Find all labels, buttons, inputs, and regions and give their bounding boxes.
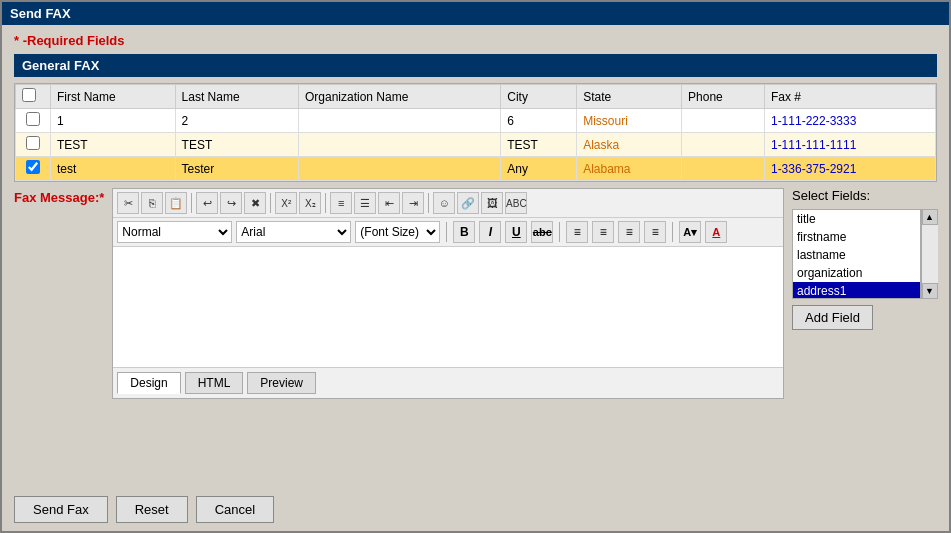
fax-message-row: Fax Message:* ✂ ⎘ 📋 ↩ ↪ ✖ X² X₂ ≡ ☰ xyxy=(14,188,937,480)
bottom-bar: Send Fax Reset Cancel xyxy=(2,488,949,531)
sep6 xyxy=(559,222,560,242)
scroll-down-arrow[interactable]: ▼ xyxy=(922,283,938,299)
image-btn[interactable]: 🖼 xyxy=(481,192,503,214)
fax-link[interactable]: 1-111-222-3333 xyxy=(771,114,856,128)
fax-link[interactable]: 1-111-111-1111 xyxy=(771,138,856,152)
bg-color-btn[interactable]: A xyxy=(705,221,727,243)
row-checkbox-1[interactable] xyxy=(26,136,40,150)
table-cell: 6 xyxy=(501,109,577,133)
smiley-btn[interactable]: ☺ xyxy=(433,192,455,214)
field-item-lastname[interactable]: lastname xyxy=(793,246,920,264)
toolbar-row1: ✂ ⎘ 📋 ↩ ↪ ✖ X² X₂ ≡ ☰ ⇤ ⇥ ☺ xyxy=(113,189,783,218)
table-cell: 1 xyxy=(51,109,176,133)
fax-editor: ✂ ⎘ 📋 ↩ ↪ ✖ X² X₂ ≡ ☰ ⇤ ⇥ ☺ xyxy=(112,188,784,399)
table-cell xyxy=(682,133,765,157)
editor-tabs: Design HTML Preview xyxy=(113,367,783,398)
add-field-button[interactable]: Add Field xyxy=(792,305,873,330)
sep2 xyxy=(270,193,271,213)
align-center-btn[interactable]: ≡ xyxy=(592,221,614,243)
editor-content[interactable] xyxy=(113,247,783,367)
tab-design[interactable]: Design xyxy=(117,372,180,394)
table-cell xyxy=(682,157,765,181)
outdent-btn[interactable]: ⇤ xyxy=(378,192,400,214)
italic-btn[interactable]: I xyxy=(479,221,501,243)
redo-btn[interactable]: ↪ xyxy=(220,192,242,214)
align-left-btn[interactable]: ≡ xyxy=(566,221,588,243)
col-first-name: First Name xyxy=(51,85,176,109)
unordered-list-btn[interactable]: ☰ xyxy=(354,192,376,214)
field-item-firstname[interactable]: firstname xyxy=(793,228,920,246)
title-bar: Send FAX xyxy=(2,2,949,25)
required-label: * -Required Fields xyxy=(14,33,937,48)
table-cell: test xyxy=(51,157,176,181)
fax-cell: 1-111-111-1111 xyxy=(764,133,935,157)
select-all-checkbox[interactable] xyxy=(22,88,36,102)
underline-btn[interactable]: U xyxy=(505,221,527,243)
undo-btn[interactable]: ↩ xyxy=(196,192,218,214)
col-state: State xyxy=(577,85,682,109)
window-title: Send FAX xyxy=(10,6,71,21)
sep1 xyxy=(191,193,192,213)
link-btn[interactable]: 🔗 xyxy=(457,192,479,214)
bold-btn[interactable]: B xyxy=(453,221,475,243)
fax-message-label: Fax Message:* xyxy=(14,188,104,205)
table-cell xyxy=(298,157,500,181)
sep4 xyxy=(428,193,429,213)
superscript-btn[interactable]: X² xyxy=(275,192,297,214)
table-cell: TEST xyxy=(51,133,176,157)
table-row[interactable]: TESTTESTTESTAlaska1-111-111-1111 xyxy=(16,133,936,157)
select-fields-panel: Select Fields: titlefirstnamelastnameorg… xyxy=(792,188,937,330)
style-dropdown[interactable]: Normal Heading 1 Heading 2 xyxy=(117,221,232,243)
indent-btn[interactable]: ⇥ xyxy=(402,192,424,214)
fax-link[interactable]: 1-336-375-2921 xyxy=(771,162,856,176)
table-cell: 2 xyxy=(175,109,298,133)
table-row[interactable]: 126Missouri1-111-222-3333 xyxy=(16,109,936,133)
col-phone: Phone xyxy=(682,85,765,109)
col-fax: Fax # xyxy=(764,85,935,109)
font-dropdown[interactable]: Arial Times New Roman xyxy=(236,221,351,243)
col-org-name: Organization Name xyxy=(298,85,500,109)
tab-html[interactable]: HTML xyxy=(185,372,244,394)
select-fields-label: Select Fields: xyxy=(792,188,937,203)
cut-btn[interactable]: ✂ xyxy=(117,192,139,214)
text-color-btn[interactable]: A▾ xyxy=(679,221,701,243)
spellcheck-btn[interactable]: ABC xyxy=(505,192,527,214)
send-fax-button[interactable]: Send Fax xyxy=(14,496,108,523)
section-header: General FAX xyxy=(14,54,937,77)
size-dropdown[interactable]: (Font Size) 8 10 12 xyxy=(355,221,440,243)
table-cell xyxy=(298,109,500,133)
ordered-list-btn[interactable]: ≡ xyxy=(330,192,352,214)
field-item-organization[interactable]: organization xyxy=(793,264,920,282)
contacts-table: First Name Last Name Organization Name C… xyxy=(15,84,936,181)
fields-scrollbar[interactable]: ▲ ▼ xyxy=(921,209,937,299)
table-cell: TEST xyxy=(175,133,298,157)
scroll-track xyxy=(922,225,938,283)
field-item-address1[interactable]: address1 xyxy=(793,282,920,299)
fields-listbox[interactable]: titlefirstnamelastnameorganizationaddres… xyxy=(792,209,921,299)
col-last-name: Last Name xyxy=(175,85,298,109)
send-fax-window: Send FAX * -Required Fields General FAX … xyxy=(0,0,951,533)
align-justify-btn[interactable]: ≡ xyxy=(644,221,666,243)
copy-btn[interactable]: ⎘ xyxy=(141,192,163,214)
table-cell: Any xyxy=(501,157,577,181)
cancel-button[interactable]: Cancel xyxy=(196,496,274,523)
table-cell: Alaska xyxy=(577,133,682,157)
toolbar-row2: Normal Heading 1 Heading 2 Arial Times N… xyxy=(113,218,783,247)
row-checkbox-2[interactable] xyxy=(26,160,40,174)
strikethrough-btn[interactable]: abc xyxy=(531,221,553,243)
field-item-title[interactable]: title xyxy=(793,210,920,228)
subscript-btn[interactable]: X₂ xyxy=(299,192,321,214)
table-cell: Tester xyxy=(175,157,298,181)
table-cell: Alabama xyxy=(577,157,682,181)
table-cell xyxy=(682,109,765,133)
scroll-up-arrow[interactable]: ▲ xyxy=(922,209,938,225)
tab-preview[interactable]: Preview xyxy=(247,372,316,394)
paste-btn[interactable]: 📋 xyxy=(165,192,187,214)
reset-button[interactable]: Reset xyxy=(116,496,188,523)
row-checkbox-0[interactable] xyxy=(26,112,40,126)
clear-btn[interactable]: ✖ xyxy=(244,192,266,214)
align-right-btn[interactable]: ≡ xyxy=(618,221,640,243)
fax-cell: 1-111-222-3333 xyxy=(764,109,935,133)
table-row[interactable]: testTesterAnyAlabama1-336-375-2921 xyxy=(16,157,936,181)
sep5 xyxy=(446,222,447,242)
